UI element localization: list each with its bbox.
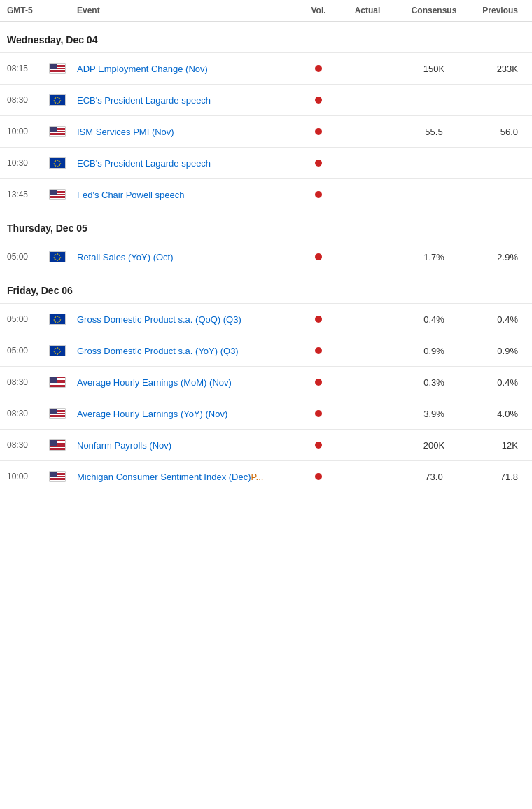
event-name[interactable]: ISM Services PMI (Nov) (77, 127, 301, 137)
table-row: 05:00★★★★★★★★★★★★Gross Domestic Product … (0, 335, 532, 366)
table-row: 10:00ISM Services PMI (Nov)55.556.0 (0, 115, 532, 147)
event-flag-us (49, 377, 77, 388)
svg-text:★: ★ (55, 160, 57, 162)
event-time: 08:30 (7, 95, 49, 105)
event-previous: 233K (469, 64, 525, 74)
event-vol (301, 316, 336, 323)
table-row: 08:30Average Hourly Earnings (MoM) (Nov)… (0, 366, 532, 398)
header-event: Event (77, 6, 301, 15)
table-row: 05:00★★★★★★★★★★★★Gross Domestic Product … (0, 303, 532, 335)
table-row: 05:00★★★★★★★★★★★★Retail Sales (YoY) (Oct… (0, 241, 532, 272)
event-time: 13:45 (7, 190, 49, 199)
event-time: 05:00 (7, 346, 49, 356)
event-name[interactable]: Fed's Chair Powell speech (77, 190, 301, 200)
event-flag-us (49, 439, 77, 451)
calendar-body: Wednesday, Dec 0408:15ADP Employment Cha… (0, 22, 532, 492)
event-vol (301, 347, 336, 354)
event-name[interactable]: Average Hourly Earnings (YoY) (Nov) (77, 409, 301, 419)
volatility-dot (315, 253, 322, 260)
event-name[interactable]: ECB's President Lagarde speech (77, 158, 301, 169)
table-row: 13:45Fed's Chair Powell speech (0, 178, 532, 210)
event-flag-eu: ★★★★★★★★★★★★ (49, 314, 77, 325)
event-previous: 56.0 (469, 127, 525, 137)
event-previous: 0.9% (469, 346, 525, 356)
economic-calendar: GMT-5 Event Vol. Actual Consensus Previo… (0, 0, 532, 492)
table-row: 10:00Michigan Consumer Sentiment Index (… (0, 460, 532, 492)
event-vol (301, 253, 336, 260)
event-flag-us (49, 189, 77, 200)
event-flag-us (49, 63, 77, 74)
event-time: 08:15 (7, 64, 49, 73)
event-name[interactable]: Retail Sales (YoY) (Oct) (77, 252, 301, 262)
event-name[interactable]: Average Hourly Earnings (MoM) (Nov) (77, 377, 301, 388)
day-header-2: Friday, Dec 06 (0, 272, 532, 303)
volatility-dot (315, 128, 322, 135)
event-consensus: 3.9% (399, 409, 469, 419)
event-vol (301, 442, 336, 449)
event-time: 05:00 (7, 314, 49, 324)
event-flag-eu: ★★★★★★★★★★★★ (49, 345, 77, 356)
event-name[interactable]: ADP Employment Change (Nov) (77, 64, 301, 74)
event-previous: 4.0% (469, 409, 525, 419)
svg-text:★: ★ (55, 253, 57, 256)
event-previous: 71.8 (469, 472, 525, 482)
event-vol (301, 473, 336, 480)
event-name[interactable]: Gross Domestic Product s.a. (YoY) (Q3) (77, 346, 301, 356)
volatility-dot (315, 97, 322, 104)
event-consensus: 0.3% (399, 377, 469, 388)
svg-text:★: ★ (55, 316, 57, 318)
event-name[interactable]: Nonfarm Payrolls (Nov) (77, 440, 301, 451)
event-flag-us (49, 126, 77, 137)
volatility-dot (315, 191, 322, 198)
event-name[interactable]: Gross Domestic Product s.a. (QoQ) (Q3) (77, 314, 301, 325)
table-row: 08:15ADP Employment Change (Nov)150K233K (0, 52, 532, 84)
event-vol (301, 160, 336, 167)
volatility-dot (315, 442, 322, 449)
event-consensus: 73.0 (399, 472, 469, 482)
event-consensus: 1.7% (399, 252, 469, 262)
svg-text:★: ★ (55, 347, 57, 350)
event-flag-us (49, 408, 77, 419)
table-row: 10:30★★★★★★★★★★★★ECB's President Lagarde… (0, 147, 532, 178)
event-flag-eu: ★★★★★★★★★★★★ (49, 251, 77, 262)
event-consensus: 0.9% (399, 346, 469, 356)
event-previous: 0.4% (469, 314, 525, 325)
header-consensus: Consensus (399, 6, 469, 15)
header-previous: Previous (469, 6, 525, 15)
volatility-dot (315, 473, 322, 480)
event-vol (301, 410, 336, 417)
event-vol (301, 97, 336, 104)
table-row: 08:30Average Hourly Earnings (YoY) (Nov)… (0, 398, 532, 429)
volatility-dot (315, 160, 322, 167)
event-time: 05:00 (7, 252, 49, 262)
event-time: 10:00 (7, 127, 49, 136)
volatility-dot (315, 410, 322, 417)
table-row: 08:30★★★★★★★★★★★★ECB's President Lagarde… (0, 84, 532, 115)
day-header-0: Wednesday, Dec 04 (0, 22, 532, 52)
event-flag-eu: ★★★★★★★★★★★★ (49, 157, 77, 169)
event-consensus: 200K (399, 440, 469, 451)
event-time: 10:30 (7, 158, 49, 168)
event-previous: 2.9% (469, 252, 525, 262)
event-name[interactable]: ECB's President Lagarde speech (77, 95, 301, 106)
event-time: 08:30 (7, 409, 49, 418)
event-time: 08:30 (7, 377, 49, 387)
table-row: 08:30Nonfarm Payrolls (Nov)200K12K (0, 429, 532, 460)
event-vol (301, 65, 336, 72)
event-name[interactable]: Michigan Consumer Sentiment Index (Dec)P… (77, 472, 301, 482)
table-header: GMT-5 Event Vol. Actual Consensus Previo… (0, 0, 532, 22)
event-flag-eu: ★★★★★★★★★★★★ (49, 94, 77, 106)
event-vol (301, 379, 336, 386)
event-consensus: 55.5 (399, 127, 469, 137)
event-flag-us (49, 471, 77, 482)
volatility-dot (315, 316, 322, 323)
volatility-dot (315, 65, 322, 72)
event-vol (301, 191, 336, 198)
event-previous: 12K (469, 440, 525, 451)
event-previous: 0.4% (469, 377, 525, 388)
volatility-dot (315, 379, 322, 386)
header-actual: Actual (336, 6, 399, 15)
day-header-1: Thursday, Dec 05 (0, 210, 532, 241)
event-consensus: 150K (399, 64, 469, 74)
volatility-dot (315, 347, 322, 354)
